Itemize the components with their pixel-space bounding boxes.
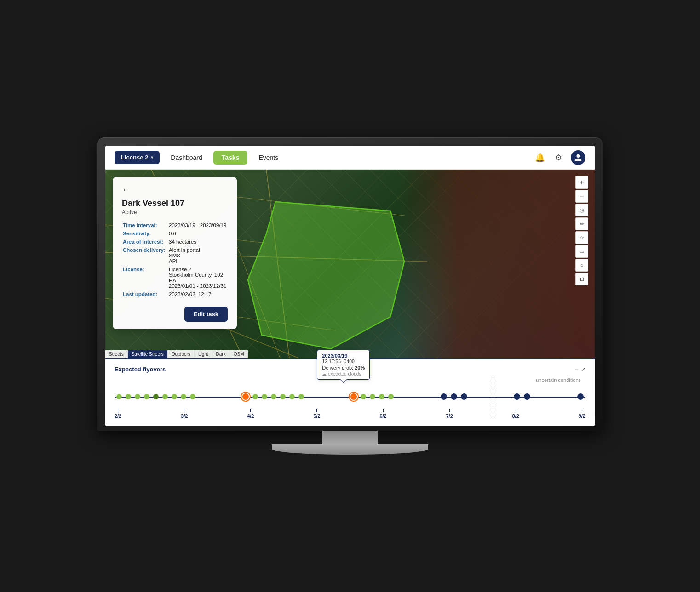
map-type-streets[interactable]: Streets	[105, 350, 128, 358]
timeline-minimize[interactable]: −	[575, 366, 578, 373]
edit-task-button[interactable]: Edit task	[184, 307, 228, 322]
zoom-in-button[interactable]: +	[575, 176, 588, 189]
field-label: Last updated:	[122, 290, 168, 298]
tl-dot	[172, 394, 177, 399]
tick-7-2: 7/2	[446, 409, 453, 419]
timeline-title: Expected flyovers	[115, 366, 166, 373]
events-nav-link[interactable]: Events	[255, 152, 282, 163]
license-label: License 2	[121, 154, 148, 161]
map-type-light[interactable]: Light	[195, 350, 212, 358]
field-label: Area of interest:	[122, 238, 168, 246]
tl-dot-navy	[524, 393, 530, 400]
tl-dot-navy	[441, 393, 447, 400]
map-type-satellite-streets[interactable]: Satellite Streets	[128, 350, 168, 358]
tick-line	[316, 409, 317, 412]
field-value: License 2Stockholm County, 102 HA2023/01…	[168, 265, 228, 290]
tl-dot-navy	[577, 393, 584, 400]
zoom-out-button[interactable]: −	[575, 190, 588, 203]
settings-icon[interactable]: ⚙	[552, 152, 564, 164]
table-row: Time interval: 2023/03/19 - 2023/09/19	[122, 221, 228, 229]
timeline-expand[interactable]: ⤢	[581, 366, 585, 373]
map-type-dark[interactable]: Dark	[212, 350, 230, 358]
tl-dot-navy	[461, 393, 467, 400]
tl-dot	[252, 394, 258, 399]
timeline-section: Expected flyovers − ⤢ uncertain conditio…	[105, 358, 595, 426]
license-dropdown-button[interactable]: License 2 ▾	[115, 151, 160, 164]
field-label: Chosen delivery:	[122, 246, 168, 265]
map-type-bar: Streets Satellite Streets Outdoors Light…	[105, 350, 248, 358]
timeline-controls: − ⤢	[575, 366, 585, 373]
table-row: Sensitivity: 0.6	[122, 229, 228, 238]
map-type-osm[interactable]: OSM	[230, 350, 248, 358]
locate-button[interactable]: ◎	[575, 204, 588, 216]
tick-8-2: 8/2	[512, 409, 519, 419]
tick-line	[184, 409, 184, 412]
tick-line	[582, 409, 582, 412]
info-table: Time interval: 2023/03/19 - 2023/09/19 S…	[122, 221, 228, 298]
tl-dot	[370, 394, 375, 399]
tl-dot	[280, 394, 286, 399]
field-value: 2023/03/19 - 2023/09/19	[168, 221, 228, 229]
star-button[interactable]: ☆	[575, 231, 588, 244]
tick-2-2: 2/2	[115, 409, 121, 419]
tl-dot	[153, 394, 159, 399]
navbar: License 2 ▾ Dashboard Tasks Events 🔔 ⚙	[105, 146, 595, 170]
circle-button[interactable]: ○	[575, 259, 588, 272]
tick-6-2: 6/2	[379, 409, 386, 419]
dashboard-nav-link[interactable]: Dashboard	[167, 152, 206, 163]
monitor-stand-base	[272, 444, 428, 455]
field-label: License:	[122, 265, 168, 290]
info-panel: ← Dark Vessel 107 Active Time interval: …	[113, 177, 237, 329]
tl-dot	[162, 394, 168, 399]
dots-row	[115, 393, 585, 401]
field-value: Alert in portalSMSAPI	[168, 246, 228, 265]
tl-dot	[126, 394, 131, 399]
tick-label: 7/2	[446, 413, 453, 419]
monitor-stand-neck	[322, 431, 378, 444]
tick-line	[118, 409, 118, 412]
tl-dot	[262, 394, 267, 399]
edit-pencil-button[interactable]: ✏	[575, 217, 588, 230]
layer-button[interactable]: ⊞	[575, 273, 588, 285]
tooltip-clouds: ☁ expected clouds	[322, 371, 365, 376]
monitor-bezel: License 2 ▾ Dashboard Tasks Events 🔔 ⚙	[97, 137, 603, 431]
tooltip-time: 12:17:55 -0400	[322, 359, 365, 364]
map-container[interactable]: ← Dark Vessel 107 Active Time interval: …	[105, 170, 595, 358]
tick-label: 6/2	[379, 413, 386, 419]
field-value: 0.6	[168, 229, 228, 238]
flyover-tooltip: 2023/03/19 12:17:55 -0400 Delivery prob:…	[317, 350, 370, 380]
tl-dot	[271, 394, 276, 399]
field-value: 2023/02/02, 12:17	[168, 290, 228, 298]
field-value: 34 hectares	[168, 238, 228, 246]
tasks-nav-button[interactable]: Tasks	[213, 151, 248, 165]
tick-label: 8/2	[512, 413, 519, 419]
tick-3-2: 3/2	[181, 409, 188, 419]
map-controls: + − ◎ ✏ ☆ ▭ ○ ⊞	[575, 176, 588, 285]
timeline-ticks: 2/2 3/2 4/2 5/2	[115, 409, 585, 419]
tl-dot	[116, 394, 122, 399]
svg-marker-8	[248, 202, 404, 349]
vessel-status: Active	[122, 209, 228, 216]
tl-dot	[388, 394, 394, 399]
table-row: Chosen delivery: Alert in portalSMSAPI	[122, 246, 228, 265]
tl-dot	[181, 394, 186, 399]
tl-dot	[361, 394, 366, 399]
square-button[interactable]: ▭	[575, 245, 588, 258]
map-type-outdoors[interactable]: Outdoors	[168, 350, 195, 358]
tick-9-2: 9/2	[579, 409, 585, 419]
tl-dot	[298, 394, 304, 399]
tl-dot	[379, 394, 384, 399]
tick-label: 4/2	[247, 413, 254, 419]
tick-label: 3/2	[181, 413, 188, 419]
field-label: Time interval:	[122, 221, 168, 229]
back-button[interactable]: ←	[122, 185, 228, 195]
tl-dot	[144, 394, 149, 399]
tick-label: 9/2	[579, 413, 585, 419]
uncertain-label: uncertain conditions	[536, 377, 581, 383]
bell-icon[interactable]: 🔔	[534, 152, 546, 164]
tick-5-2: 5/2	[313, 409, 320, 419]
map-right-overlay	[399, 170, 595, 358]
tl-dot-navy	[514, 393, 520, 400]
user-avatar[interactable]	[571, 150, 585, 165]
tick-line	[250, 409, 251, 412]
